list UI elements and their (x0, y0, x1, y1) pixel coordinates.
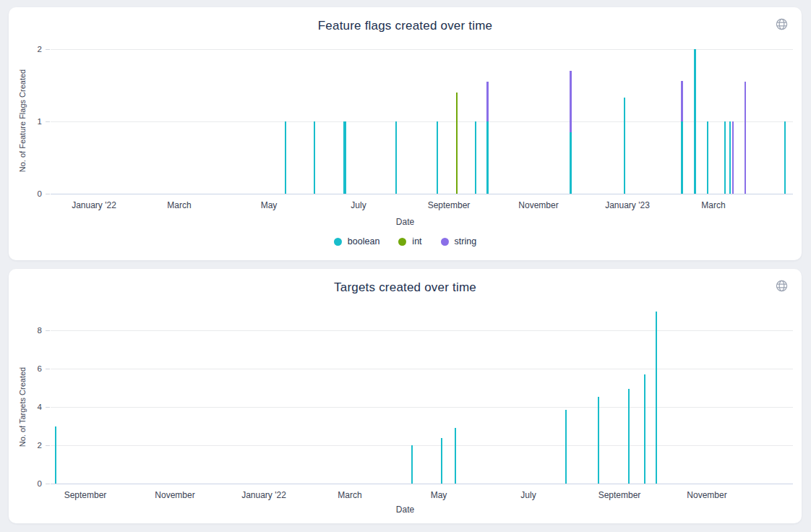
y-tick-mark (46, 330, 50, 331)
legend-item-string[interactable]: string (441, 236, 477, 246)
gridline (51, 369, 793, 369)
boolean-bar (395, 121, 398, 194)
gridline (51, 445, 793, 446)
string-bar (745, 82, 747, 194)
zero-baseline (51, 194, 793, 194)
y-tick-mark (46, 484, 50, 484)
x-tick-label: November (687, 490, 726, 500)
boolean-bar (656, 312, 658, 484)
x-axis-title: Date (9, 505, 802, 515)
boolean-bar (707, 121, 709, 194)
y-tick-label: 1 (20, 117, 42, 126)
boolean-bar (314, 121, 316, 194)
gridline (51, 49, 793, 50)
boolean-bar (644, 374, 646, 484)
targets-card: Targets created over time No. of Targets… (9, 269, 802, 523)
x-tick-label: March (167, 200, 191, 210)
y-tick-mark (46, 194, 50, 194)
x-axis-title: Date (9, 217, 802, 227)
y-tick-mark (46, 369, 50, 369)
int-legend-dot (398, 238, 406, 246)
x-tick-label: July (520, 490, 536, 500)
boolean-bar (55, 426, 57, 484)
legend-label: string (455, 236, 477, 246)
gridline (51, 330, 793, 331)
targets-plot: 02468SeptemberNovemberJanuary '22MarchMa… (9, 269, 802, 523)
string-bar (570, 71, 572, 132)
x-tick-label: September (64, 490, 107, 500)
string-bar (681, 81, 683, 121)
boolean-bar (411, 445, 413, 484)
x-tick-label: September (598, 490, 641, 500)
boolean-bar (486, 121, 489, 194)
boolean-bar (437, 121, 439, 194)
x-tick-label: January '22 (72, 200, 116, 210)
y-tick-label: 2 (20, 45, 42, 53)
boolean-bar (729, 121, 731, 194)
x-tick-label: March (701, 200, 725, 210)
boolean-bar (784, 121, 786, 194)
y-tick-mark (46, 121, 50, 122)
boolean-bar (681, 121, 683, 194)
y-tick-mark (46, 407, 50, 408)
string-bar (732, 121, 734, 194)
boolean-legend-dot (334, 238, 342, 246)
boolean-bar (570, 132, 572, 194)
feature-flags-card: Feature flags created over time No. of F… (9, 7, 802, 260)
legend-item-boolean[interactable]: boolean (334, 236, 380, 246)
boolean-bar (441, 438, 443, 484)
x-tick-label: November (518, 200, 558, 210)
boolean-bar (475, 121, 477, 194)
legend-label: boolean (348, 236, 380, 246)
x-tick-label: May (261, 200, 278, 210)
y-tick-label: 0 (20, 189, 42, 198)
boolean-bar (624, 98, 626, 194)
gridline (51, 407, 793, 408)
x-tick-label: March (338, 490, 361, 500)
x-tick-label: July (351, 200, 366, 210)
x-tick-label: January '22 (241, 490, 286, 500)
string-legend-dot (441, 238, 449, 246)
y-tick-label: 8 (20, 326, 42, 335)
x-tick-label: January '23 (605, 200, 650, 210)
y-tick-label: 2 (20, 441, 42, 450)
y-tick-mark (46, 49, 50, 50)
legend-label: int (412, 236, 421, 246)
boolean-bar (598, 397, 600, 484)
y-tick-label: 6 (20, 364, 42, 373)
x-tick-label: May (431, 490, 447, 500)
boolean-bar (565, 410, 567, 484)
legend-item-int[interactable]: int (398, 236, 421, 246)
y-tick-label: 0 (20, 479, 42, 488)
y-tick-mark (46, 445, 50, 446)
boolean-bar (724, 121, 726, 194)
legend: booleanintstring (9, 236, 802, 246)
x-tick-label: November (155, 490, 194, 500)
boolean-bar (285, 121, 287, 194)
boolean-bar (694, 49, 696, 194)
boolean-bar (455, 428, 457, 484)
string-bar (486, 82, 489, 121)
y-tick-label: 4 (20, 403, 42, 411)
boolean-bar (343, 121, 346, 194)
int-bar (456, 93, 458, 194)
x-tick-label: September (428, 200, 471, 210)
zero-baseline (51, 484, 793, 484)
boolean-bar (628, 389, 630, 484)
